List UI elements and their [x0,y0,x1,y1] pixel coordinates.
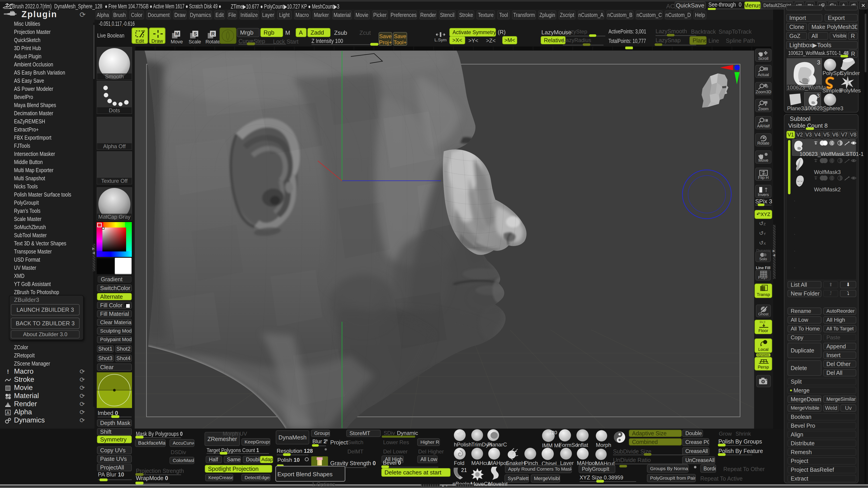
svg-text:A: A [6,410,9,415]
svg-text:!: ! [7,368,9,375]
svg-text:M: M [175,31,179,37]
svg-text:Elv 0: Elv 0 [760,321,765,323]
svg-text:R: R [211,31,215,37]
svg-text:S: S [194,31,197,37]
svg-text:x1: x1 [765,68,767,70]
